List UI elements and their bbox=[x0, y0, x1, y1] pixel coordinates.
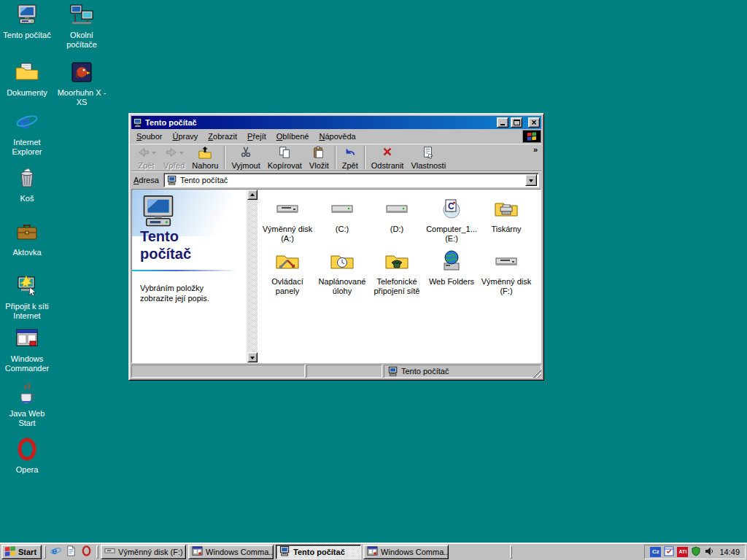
item-label: (C:) bbox=[336, 225, 349, 234]
window-title: Tento počítač bbox=[145, 118, 495, 127]
toolbar-button-label: Vyjmout bbox=[231, 161, 260, 170]
taskbar-band-handle[interactable] bbox=[96, 545, 98, 559]
desktop-icon-documents[interactable]: Dokumenty bbox=[0, 61, 54, 98]
desktop-icon-my-computer[interactable]: Tento počítač bbox=[0, 3, 54, 40]
address-combo[interactable]: Tento počítač bbox=[163, 173, 539, 187]
cut-icon bbox=[239, 146, 253, 160]
menu-upravy[interactable]: Úpravy bbox=[167, 131, 203, 142]
drive-item-c[interactable]: (C:) bbox=[315, 197, 369, 244]
forward-icon bbox=[164, 146, 179, 160]
my-computer-icon bbox=[279, 545, 290, 558]
webview-info-pane: Tento počítač Vybráním položky zobrazíte… bbox=[132, 190, 247, 362]
desktop-icon-network-neighborhood[interactable]: Okolní počítače bbox=[55, 3, 109, 50]
toolbar-back-button[interactable]: Zpět bbox=[133, 144, 160, 171]
maximize-button[interactable] bbox=[511, 117, 522, 128]
windows-commander-icon bbox=[192, 545, 203, 558]
briefcase-icon bbox=[15, 220, 39, 245]
toolbar-undo-button[interactable]: Zpět bbox=[338, 144, 362, 171]
desktop-icon-recycle-bin[interactable]: Koš bbox=[0, 166, 54, 203]
address-dropdown-button[interactable] bbox=[525, 174, 537, 186]
vertical-scrollbar[interactable] bbox=[247, 190, 258, 362]
toolbar-button-label: Vlastnosti bbox=[411, 161, 446, 170]
task-button-windows-commander-2[interactable]: Windows Comma... bbox=[363, 545, 449, 559]
minimize-button[interactable] bbox=[497, 117, 508, 128]
toolbar-button-label: Zpět bbox=[342, 161, 358, 170]
windows-flag-icon bbox=[4, 545, 16, 559]
drive-item-e[interactable]: C Computer_1... (E:) bbox=[425, 197, 479, 244]
connect-internet-icon bbox=[15, 274, 39, 299]
toolbar-separator bbox=[335, 146, 336, 169]
ati-display-tray-icon[interactable]: ATI bbox=[677, 547, 688, 557]
quicklaunch-document-icon[interactable] bbox=[66, 545, 77, 558]
start-button[interactable]: Start bbox=[1, 545, 42, 559]
desktop-icon-java-web-start[interactable]: Java Web Start bbox=[0, 381, 54, 428]
status-bar: Tento počítač bbox=[131, 365, 541, 378]
toolbar-copy-button[interactable]: Kopírovat bbox=[264, 144, 306, 171]
close-button[interactable]: × bbox=[528, 117, 540, 128]
task-scheduler-tray-icon[interactable] bbox=[664, 546, 674, 558]
toolbar-properties-button[interactable]: Vlastnosti bbox=[407, 144, 449, 171]
drive-item-d[interactable]: (D:) bbox=[370, 197, 424, 244]
desktop-icon-internet-explorer[interactable]: e Internet Explorer bbox=[0, 110, 54, 157]
menu-oblibene[interactable]: Oblíbené bbox=[271, 131, 314, 142]
status-selected-text: Tento počítač bbox=[401, 367, 449, 376]
volume-tray-icon[interactable] bbox=[704, 546, 714, 558]
web-folders-icon bbox=[440, 249, 463, 274]
toolbar-delete-button[interactable]: Odstranit bbox=[368, 144, 408, 171]
antivirus-tray-icon[interactable] bbox=[691, 546, 701, 558]
maximize-icon bbox=[514, 120, 520, 125]
menu-prejit[interactable]: Přejít bbox=[242, 131, 271, 142]
taskbar-clock[interactable]: 14:49 bbox=[719, 548, 740, 556]
printers-item[interactable]: Tiskárny bbox=[479, 197, 533, 244]
dialup-networking-item[interactable]: Telefonické připojení sítě bbox=[370, 249, 424, 296]
folder-content: Tento počítač Vybráním položky zobrazíte… bbox=[131, 189, 541, 363]
webview-divider bbox=[132, 270, 243, 271]
quicklaunch-internet-explorer-icon[interactable]: e bbox=[50, 545, 61, 558]
taskbar-band-handle[interactable] bbox=[44, 545, 46, 559]
window-titlebar[interactable]: Tento počítač × bbox=[131, 116, 541, 129]
menu-zobrazit[interactable]: Zobrazit bbox=[203, 131, 242, 142]
task-button-windows-commander-1[interactable]: Windows Comma... bbox=[188, 545, 274, 559]
task-button-my-computer[interactable]: Tento počítač bbox=[276, 545, 361, 559]
toolbar-cut-button[interactable]: Vyjmout bbox=[228, 144, 263, 171]
toolbar-overflow-chevron[interactable]: » bbox=[533, 145, 538, 154]
drive-item-f[interactable]: Výměnný disk (F:) bbox=[479, 249, 533, 296]
windows-logo-throbber bbox=[522, 130, 541, 143]
task-button-removable-disk-f[interactable]: Výměnný disk (F:) bbox=[101, 545, 186, 559]
control-panel-item[interactable]: Ovládací panely bbox=[260, 249, 314, 296]
desktop-icon-moorhuhn[interactable]: Moorhuhn X - XS bbox=[55, 61, 109, 107]
menu-soubor[interactable]: Soubor bbox=[131, 131, 167, 142]
back-icon bbox=[136, 146, 151, 160]
keyboard-layout-indicator[interactable]: Cz bbox=[650, 547, 661, 557]
chevron-up-icon bbox=[250, 191, 255, 196]
desktop-icon-windows-commander[interactable]: Windows Commander bbox=[0, 327, 54, 373]
removable-drive-icon bbox=[104, 545, 115, 558]
toolbar-up-button[interactable]: Nahoru bbox=[188, 144, 222, 171]
taskbar-band-handle[interactable] bbox=[510, 545, 512, 559]
desktop-icon-label: Windows Commander bbox=[0, 354, 54, 373]
desktop-icon-opera[interactable]: Opera bbox=[0, 438, 54, 475]
menu-napoveda[interactable]: Nápověda bbox=[314, 131, 360, 142]
my-computer-large-icon bbox=[139, 192, 177, 230]
task-button-label: Windows Comma... bbox=[206, 548, 274, 556]
hard-drive-icon bbox=[385, 197, 409, 222]
drive-item-a[interactable]: Výměnný disk (A:) bbox=[260, 197, 314, 244]
quick-launch: e bbox=[48, 545, 94, 558]
address-value: Tento počítač bbox=[180, 176, 522, 184]
item-label: Výměnný disk (F:) bbox=[479, 277, 533, 296]
toolbar-forward-button[interactable]: Vpřed bbox=[160, 144, 188, 171]
control-panel-folder-icon bbox=[276, 249, 299, 274]
scrollbar-track[interactable] bbox=[247, 200, 258, 352]
toolbar-paste-button[interactable]: Vložit bbox=[306, 144, 333, 171]
scroll-up-button[interactable] bbox=[247, 190, 258, 200]
copy-icon bbox=[277, 146, 292, 160]
scroll-down-button[interactable] bbox=[247, 352, 258, 362]
scheduled-tasks-item[interactable]: Naplánované úlohy bbox=[315, 249, 369, 296]
web-folders-item[interactable]: Web Folders bbox=[425, 249, 479, 296]
desktop-icon-connect-internet[interactable]: Připojit k síti Internet bbox=[0, 274, 54, 321]
status-panel-right: Tento počítač bbox=[384, 365, 541, 378]
my-computer-icon bbox=[15, 3, 39, 28]
desktop-icon-briefcase[interactable]: Aktovka bbox=[0, 220, 54, 257]
quicklaunch-opera-icon[interactable] bbox=[81, 545, 92, 558]
system-tray: Cz ATI 14:49 bbox=[644, 545, 746, 559]
